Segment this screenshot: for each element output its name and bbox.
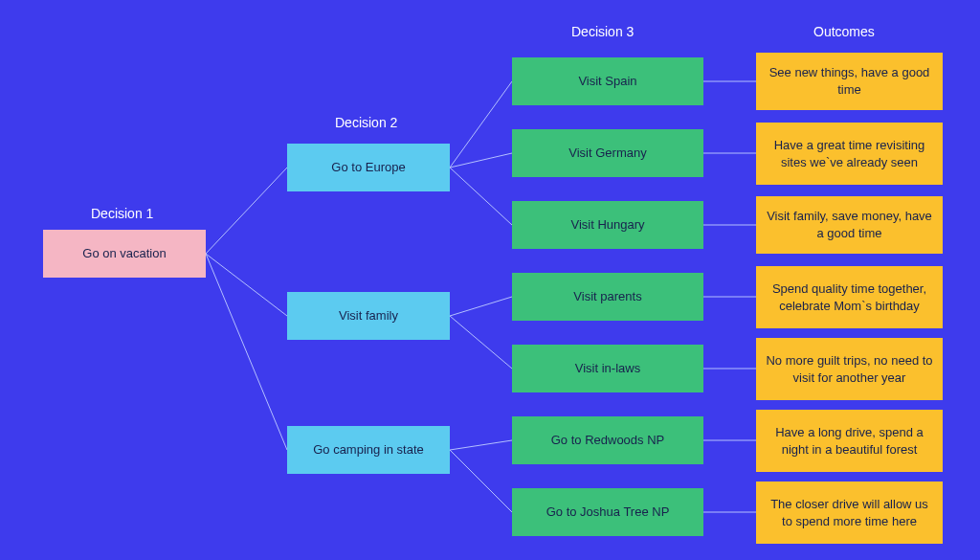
svg-line-2	[206, 254, 287, 450]
outcome-spain: See new things, have a good time	[756, 53, 943, 110]
svg-line-5	[450, 168, 512, 225]
svg-line-4	[450, 153, 512, 168]
node-visit-spain: Visit Spain	[512, 57, 703, 105]
svg-line-0	[206, 168, 287, 254]
node-visit-hungary: Visit Hungary	[512, 201, 703, 249]
header-decision-2: Decision 2	[335, 115, 397, 130]
header-decision-1: Decision 1	[91, 206, 153, 221]
node-go-on-vacation: Go on vacation	[43, 230, 206, 278]
svg-line-8	[450, 440, 512, 450]
outcome-redwoods: Have a long drive, spend a night in a be…	[756, 410, 943, 472]
svg-line-6	[450, 297, 512, 316]
node-visit-germany: Visit Germany	[512, 129, 703, 177]
decision-tree-canvas: Decision 1 Decision 2 Decision 3 Outcome…	[0, 0, 980, 560]
outcome-hungary: Visit family, save money, have a good ti…	[756, 196, 943, 254]
svg-line-7	[450, 316, 512, 369]
header-outcomes: Outcomes	[813, 24, 875, 39]
node-redwoods-np: Go to Redwoods NP	[512, 416, 703, 464]
node-visit-parents: Visit parents	[512, 273, 703, 321]
node-go-to-europe: Go to Europe	[287, 144, 450, 191]
node-go-camping: Go camping in state	[287, 426, 450, 474]
node-joshua-tree-np: Go to Joshua Tree NP	[512, 488, 703, 536]
outcome-inlaws: No more guilt trips, no need to visit fo…	[756, 338, 943, 400]
svg-line-1	[206, 254, 287, 316]
header-decision-3: Decision 3	[571, 24, 634, 39]
node-visit-family: Visit family	[287, 292, 450, 340]
outcome-parents: Spend quality time together, celebrate M…	[756, 266, 943, 328]
node-visit-inlaws: Visit in-laws	[512, 345, 703, 392]
svg-line-9	[450, 450, 512, 512]
outcome-joshua: The closer drive will allow us to spend …	[756, 482, 943, 544]
outcome-germany: Have a great time revisiting sites we`ve…	[756, 123, 943, 185]
svg-line-3	[450, 81, 512, 168]
